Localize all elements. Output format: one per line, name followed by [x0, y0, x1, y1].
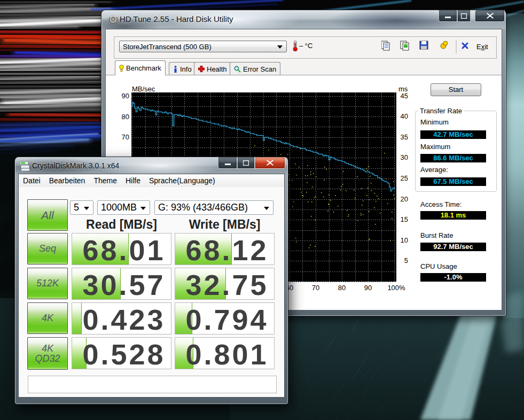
svg-text:100%: 100%: [387, 284, 405, 292]
svg-text:70: 70: [312, 284, 319, 292]
svg-text:80: 80: [338, 284, 346, 292]
svg-text:90: 90: [364, 284, 372, 292]
svg-text:– °C: – °C: [299, 42, 312, 50]
